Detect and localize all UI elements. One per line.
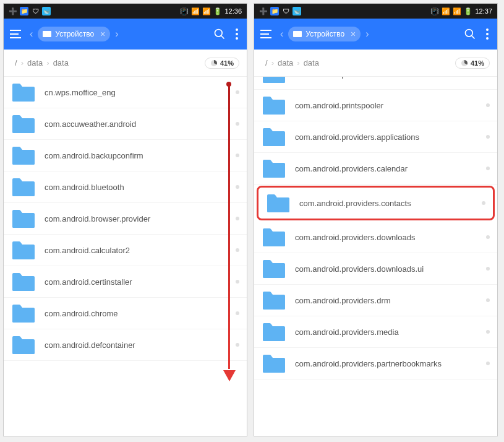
list-item[interactable]: com.android.calculator2 bbox=[4, 235, 247, 266]
signal-icon: 📶 bbox=[191, 7, 200, 15]
storage-badge[interactable]: 41% bbox=[455, 58, 490, 69]
svg-rect-17 bbox=[263, 77, 285, 83]
list-item[interactable]: com.android.providers.downloads.ui bbox=[254, 253, 497, 285]
folder-icon bbox=[262, 77, 286, 84]
file-list[interactable]: cn.wps.moffice_engcom.accuweather.androi… bbox=[4, 77, 247, 436]
search-button[interactable] bbox=[461, 25, 479, 43]
options-dot-icon[interactable] bbox=[236, 248, 239, 252]
tab-label: Устройство bbox=[305, 30, 344, 38]
status-time: 12:36 bbox=[224, 7, 242, 15]
phone-left: ➕ 📁 🛡 🐋 📳 📶 📶 🔋 12:36 ‹ Устройство × › bbox=[3, 3, 247, 436]
list-item[interactable]: com.android.phone bbox=[254, 77, 497, 90]
storage-badge[interactable]: 41% bbox=[205, 58, 239, 69]
tab-label: Устройство bbox=[55, 30, 94, 38]
options-dot-icon[interactable] bbox=[486, 103, 490, 107]
file-name: com.android.printspooler bbox=[295, 101, 486, 110]
battery-icon: 🔋 bbox=[464, 7, 472, 15]
svg-rect-5 bbox=[12, 119, 35, 133]
list-item[interactable]: com.android.providers.downloads bbox=[254, 222, 497, 253]
options-dot-icon[interactable] bbox=[482, 201, 485, 205]
folder-icon bbox=[11, 176, 36, 197]
tab-next-icon[interactable]: › bbox=[115, 28, 118, 40]
file-name: com.android.providers.applications bbox=[295, 132, 486, 142]
list-item[interactable]: com.android.certinstaller bbox=[4, 266, 247, 298]
list-item[interactable]: com.android.providers.contacts bbox=[257, 186, 495, 220]
file-name: com.android.bluetooth bbox=[45, 183, 236, 192]
svg-line-2 bbox=[221, 36, 224, 39]
pie-icon bbox=[461, 59, 468, 67]
tab-next-icon[interactable]: › bbox=[365, 28, 369, 40]
list-item[interactable]: com.accuweather.android bbox=[4, 108, 247, 140]
more-button[interactable] bbox=[484, 26, 491, 42]
svg-rect-24 bbox=[263, 295, 285, 310]
options-dot-icon[interactable] bbox=[236, 217, 239, 220]
breadcrumb-item[interactable]: data bbox=[300, 58, 323, 67]
svg-rect-23 bbox=[263, 264, 285, 278]
breadcrumb-item[interactable]: data bbox=[49, 58, 72, 67]
list-item[interactable]: com.android.defcontainer bbox=[4, 329, 247, 361]
list-item[interactable]: cn.wps.moffice_eng bbox=[4, 77, 247, 108]
list-item[interactable]: com.android.printspooler bbox=[254, 90, 497, 121]
list-item[interactable]: com.android.bluetooth bbox=[4, 171, 247, 203]
options-dot-icon[interactable] bbox=[486, 330, 490, 334]
options-dot-icon[interactable] bbox=[486, 362, 490, 365]
vibrate-icon: 📳 bbox=[180, 7, 189, 15]
app-bar: ‹ Устройство × › bbox=[254, 19, 497, 50]
more-button[interactable] bbox=[233, 26, 241, 42]
list-item[interactable]: com.android.providers.drm bbox=[254, 285, 497, 316]
file-name: com.android.providers.downloads bbox=[295, 233, 486, 242]
options-dot-icon[interactable] bbox=[486, 167, 490, 170]
svg-line-15 bbox=[472, 36, 475, 39]
svg-rect-13 bbox=[293, 31, 302, 37]
folder-icon bbox=[11, 334, 36, 355]
tab-prev-icon[interactable]: ‹ bbox=[280, 28, 283, 40]
close-icon[interactable]: × bbox=[100, 29, 105, 39]
svg-rect-0 bbox=[43, 31, 51, 37]
folder-icon bbox=[262, 227, 286, 248]
file-name: com.android.providers.calendar bbox=[295, 164, 486, 173]
options-dot-icon[interactable] bbox=[486, 235, 490, 239]
signal-icon: 📶 bbox=[442, 7, 450, 15]
status-time: 12:37 bbox=[475, 7, 492, 15]
options-dot-icon[interactable] bbox=[486, 298, 490, 302]
location-tab[interactable]: Устройство × bbox=[38, 27, 110, 41]
options-dot-icon[interactable] bbox=[486, 267, 490, 271]
svg-rect-8 bbox=[12, 214, 35, 228]
list-item[interactable]: com.android.providers.calendar bbox=[254, 153, 497, 184]
breadcrumb-item[interactable]: data bbox=[23, 58, 46, 67]
options-dot-icon[interactable] bbox=[486, 135, 490, 139]
folder-icon bbox=[262, 258, 286, 279]
app-icon: 📁 bbox=[270, 7, 279, 15]
svg-rect-26 bbox=[263, 358, 285, 373]
list-item[interactable]: com.android.providers.applications bbox=[254, 121, 497, 153]
list-item[interactable]: com.android.providers.media bbox=[254, 316, 497, 348]
menu-button[interactable] bbox=[260, 27, 275, 41]
options-dot-icon[interactable] bbox=[236, 343, 239, 347]
options-dot-icon[interactable] bbox=[236, 280, 239, 284]
options-dot-icon[interactable] bbox=[236, 122, 239, 126]
svg-rect-11 bbox=[12, 308, 35, 323]
list-item[interactable]: com.android.chrome bbox=[4, 298, 247, 329]
options-dot-icon[interactable] bbox=[236, 311, 239, 315]
list-item[interactable]: com.android.browser.provider bbox=[4, 203, 247, 235]
breadcrumb-item[interactable]: / bbox=[11, 58, 21, 67]
breadcrumb: / › data › data 41% bbox=[254, 50, 497, 77]
close-icon[interactable]: × bbox=[351, 29, 356, 39]
file-name: com.android.providers.downloads.ui bbox=[295, 264, 486, 274]
list-item[interactable]: com.android.backupconfirm bbox=[4, 140, 247, 171]
folder-icon bbox=[262, 353, 286, 374]
menu-button[interactable] bbox=[10, 27, 25, 41]
location-tab[interactable]: Устройство × bbox=[288, 27, 361, 41]
breadcrumb-item[interactable]: / bbox=[262, 58, 271, 67]
whale-icon: 🐋 bbox=[42, 7, 51, 15]
options-dot-icon[interactable] bbox=[236, 154, 239, 157]
list-item[interactable]: com.android.providers.partnerbookmarks bbox=[254, 348, 497, 379]
options-dot-icon[interactable] bbox=[236, 90, 239, 94]
tab-prev-icon[interactable]: ‹ bbox=[30, 28, 33, 40]
options-dot-icon[interactable] bbox=[236, 185, 239, 189]
file-name: com.android.providers.partnerbookmarks bbox=[295, 359, 486, 368]
file-list[interactable]: com.android.phonecom.android.printspoole… bbox=[254, 77, 497, 436]
file-name: com.android.calculator2 bbox=[45, 246, 236, 255]
breadcrumb-item[interactable]: data bbox=[274, 58, 297, 67]
search-button[interactable] bbox=[211, 25, 228, 43]
